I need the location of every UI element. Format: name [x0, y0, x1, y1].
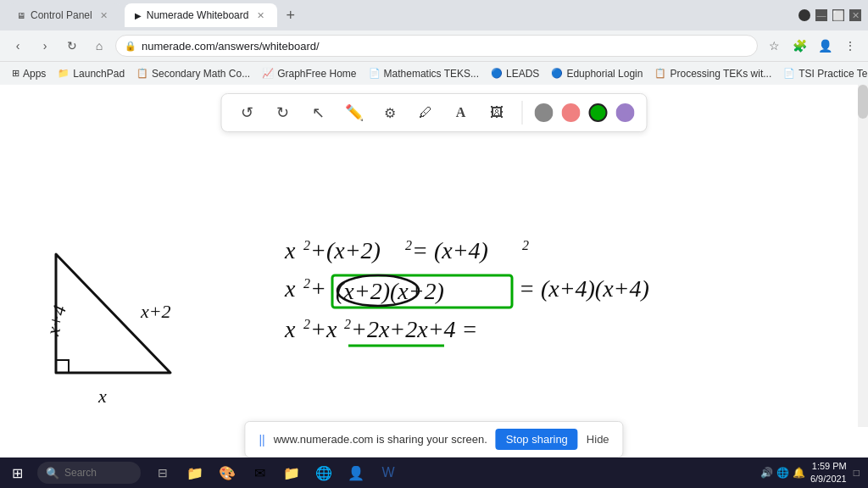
pen-tool[interactable]: 🖊 — [412, 99, 439, 126]
svg-text:+: + — [310, 275, 326, 302]
bookmark-launchpad-label: LaunchPad — [73, 68, 125, 80]
new-tab-button[interactable]: + — [281, 7, 300, 25]
taskbar-folder[interactable]: 📁 — [276, 458, 307, 488]
search-icon: 🔍 — [46, 467, 59, 480]
network-icon[interactable]: 🌐 — [776, 467, 789, 479]
bookmark-secondary-math-label: Secondary Math Co... — [152, 68, 250, 80]
bookmark-apps-label: Apps — [23, 68, 46, 80]
window-settings-btn[interactable] — [798, 9, 810, 21]
settings-btn[interactable]: ⋮ — [839, 35, 861, 57]
svg-text:+(x+2): +(x+2) — [310, 237, 381, 263]
pencil-tool[interactable]: ✏️ — [341, 99, 368, 126]
profile-btn[interactable]: 👤 — [814, 35, 836, 57]
whiteboard-toolbar: ↺ ↻ ↖ ✏️ ⚙ 🖊 A 🖼 — [221, 93, 648, 132]
bookmark-tsi-label: TSI Practice Test — [798, 68, 868, 80]
bookmark-graphfree[interactable]: 📈 GraphFree Home — [257, 66, 361, 81]
clock-time: 1:59 PM — [810, 460, 847, 473]
apps-icon: ⊞ — [12, 68, 19, 79]
tab-numerade[interactable]: ▶ Numerade Whiteboard ✕ — [125, 3, 278, 27]
window-minimize-btn[interactable]: — — [815, 9, 827, 21]
tab-label-numerade: Numerade Whiteboard — [147, 9, 249, 21]
svg-text:2: 2 — [405, 238, 412, 252]
math-teks-icon: 📄 — [369, 68, 381, 79]
tab-close-numerade[interactable]: ✕ — [253, 8, 267, 22]
whiteboard-canvas[interactable]: x+4 x+2 x x 2 +(x+2) 2 = (x+4) 2 x 2 + (… — [0, 85, 868, 427]
text-tool[interactable]: A — [448, 99, 475, 126]
windows-logo-icon: ⊞ — [12, 465, 23, 481]
taskbar-paint[interactable]: 🎨 — [212, 458, 242, 488]
bookmark-apps[interactable]: ⊞ Apps — [7, 66, 51, 81]
svg-text:x: x — [284, 237, 296, 263]
forward-button[interactable]: › — [34, 35, 56, 57]
color-purple[interactable] — [616, 103, 635, 122]
bookmark-launchpad[interactable]: 📁 LaunchPad — [53, 66, 130, 81]
redo-button[interactable]: ↻ — [270, 99, 297, 126]
system-tray: 🔊 🌐 🔔 — [760, 467, 805, 479]
taskbar-clock[interactable]: 1:59 PM 6/9/2021 — [810, 460, 847, 486]
launchpad-icon: 📁 — [58, 68, 70, 79]
nav-right: ☆ 🧩 👤 ⋮ — [763, 35, 861, 57]
svg-text:+x: +x — [310, 316, 337, 342]
stop-sharing-button[interactable]: Stop sharing — [496, 429, 578, 450]
screen-share-message: www.numerade.com is sharing your screen. — [274, 433, 487, 446]
start-button[interactable]: ⊞ — [0, 458, 34, 488]
svg-text:= (x+4): = (x+4) — [412, 237, 488, 263]
clock-date: 6/9/2021 — [810, 473, 847, 485]
bookmark-processing-teks[interactable]: 📋 Processing TEKs wit... — [649, 66, 776, 81]
whiteboard-container[interactable]: ↺ ↻ ↖ ✏️ ⚙ 🖊 A 🖼 x+4 x+2 x — [0, 85, 868, 427]
taskbar-mail[interactable]: ✉ — [244, 458, 275, 488]
window-restore-btn[interactable]: ⬜ — [832, 9, 844, 21]
url-text: numerade.com/answers/whiteboard/ — [142, 40, 320, 53]
volume-icon[interactable]: 🔊 — [760, 467, 773, 479]
search-input[interactable] — [64, 467, 132, 479]
svg-text:= (x+4)(x+4): = (x+4)(x+4) — [519, 275, 649, 302]
refresh-button[interactable]: ↻ — [61, 35, 83, 57]
svg-text:x: x — [284, 275, 296, 302]
window-close-btn[interactable]: ✕ — [849, 9, 861, 21]
back-button[interactable]: ‹ — [7, 35, 29, 57]
bookmark-eduphorial-label: Eduphorial Login — [566, 68, 643, 80]
tab-control-panel[interactable]: 🖥 Control Panel ✕ — [7, 3, 121, 27]
undo-button[interactable]: ↺ — [234, 99, 261, 126]
image-tool[interactable]: 🖼 — [483, 99, 510, 126]
bookmark-eduphorial[interactable]: 🔵 Eduphorial Login — [546, 66, 648, 81]
math-equations: x 2 +(x+2) 2 = (x+4) 2 x 2 + (x+2)(x+2) … — [284, 237, 649, 346]
bookmark-star-btn[interactable]: ☆ — [763, 35, 785, 57]
color-green[interactable] — [589, 103, 608, 122]
bookmark-leads[interactable]: 🔵 LEADS — [486, 66, 544, 81]
taskbar-teams[interactable]: 👤 — [341, 458, 371, 488]
home-button[interactable]: ⌂ — [88, 35, 110, 57]
taskbar-word[interactable]: W — [373, 458, 403, 488]
bookmark-tsi[interactable]: 📄 TSI Practice Test — [778, 66, 868, 81]
extension-btn[interactable]: 🧩 — [788, 35, 810, 57]
address-bar[interactable]: 🔒 numerade.com/answers/whiteboard/ — [115, 35, 758, 57]
taskbar-right-area: 🔊 🌐 🔔 1:59 PM 6/9/2021 □ — [760, 460, 868, 486]
tab-close-control-panel[interactable]: ✕ — [97, 8, 111, 22]
tools-menu[interactable]: ⚙ — [376, 99, 403, 126]
svg-text:+2x+2x+4 =: +2x+2x+4 = — [351, 316, 477, 342]
svg-text:2: 2 — [522, 238, 529, 252]
color-pink[interactable] — [562, 103, 581, 122]
bookmark-processing-teks-label: Processing TEKs wit... — [670, 68, 771, 80]
svg-text:2: 2 — [303, 238, 310, 252]
toolbar-divider — [522, 101, 523, 125]
lock-icon: 🔒 — [125, 41, 136, 52]
bookmarks-bar: ⊞ Apps 📁 LaunchPad 📋 Secondary Math Co..… — [0, 61, 868, 85]
taskbar-search-box[interactable]: 🔍 — [37, 462, 141, 484]
hide-button[interactable]: Hide — [587, 433, 609, 446]
nav-bar: ‹ › ↻ ⌂ 🔒 numerade.com/answers/whiteboar… — [0, 30, 868, 61]
taskbar-chrome[interactable]: 🌐 — [309, 458, 339, 488]
taskbar-file-explorer[interactable]: 📁 — [180, 458, 210, 488]
taskbar-task-view[interactable]: ⊟ — [147, 458, 178, 488]
taskbar: ⊞ 🔍 ⊟ 📁 🎨 ✉ 📁 🌐 👤 W 🔊 🌐 🔔 1:59 PM 6/9/20… — [0, 458, 868, 488]
scrollbar-thumb[interactable] — [858, 85, 868, 119]
bookmark-math-teks[interactable]: 📄 Mathematics TEKS... — [364, 66, 484, 81]
bookmark-graphfree-label: GraphFree Home — [277, 68, 356, 80]
select-tool[interactable]: ↖ — [305, 99, 332, 126]
scrollbar[interactable] — [858, 85, 868, 427]
show-desktop-btn[interactable]: □ — [852, 467, 861, 479]
notification-icon[interactable]: 🔔 — [793, 467, 805, 479]
processing-teks-icon: 📋 — [654, 68, 666, 79]
bookmark-secondary-math[interactable]: 📋 Secondary Math Co... — [131, 66, 255, 81]
color-gray[interactable] — [535, 103, 554, 122]
